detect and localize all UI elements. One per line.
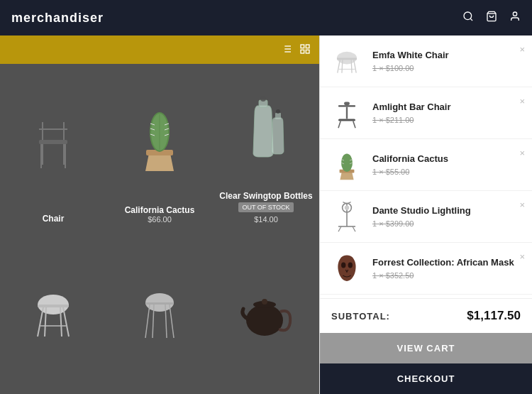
svg-line-61 bbox=[338, 121, 340, 128]
cart-item-info-mask: Forrest Collection: African Mask 1 × $35… bbox=[372, 257, 522, 280]
svg-point-64 bbox=[341, 153, 353, 172]
product-cell-chair-dark[interactable]: Chair bbox=[0, 64, 106, 229]
user-icon[interactable] bbox=[509, 11, 521, 25]
product-price-cactus: $66.00 bbox=[148, 215, 172, 224]
header-icons bbox=[462, 11, 521, 25]
svg-point-74 bbox=[345, 205, 349, 209]
svg-rect-60 bbox=[338, 119, 355, 121]
product-cell-chair-white[interactable] bbox=[0, 229, 106, 395]
cart-item: Dante Studio Lightling 1 × $399.00 × bbox=[320, 191, 532, 243]
svg-point-33 bbox=[276, 109, 280, 114]
product-image-bottles bbox=[218, 70, 314, 188]
product-image-teapot bbox=[218, 235, 314, 389]
cart-items-list: Emfa White Chair 1 × $100.00 × bbox=[320, 35, 532, 298]
svg-rect-35 bbox=[38, 305, 69, 307]
product-image-chair-white bbox=[6, 235, 101, 389]
svg-rect-11 bbox=[306, 45, 309, 48]
cart-panel: Emfa White Chair 1 × $100.00 × bbox=[319, 35, 532, 394]
svg-rect-12 bbox=[301, 50, 304, 53]
subtotal-value: $1,117.50 bbox=[467, 309, 521, 323]
svg-line-36 bbox=[38, 307, 43, 336]
cart-item-qty-price: 1 × $55.00 bbox=[372, 168, 522, 176]
cart-item: Emfa White Chair 1 × $100.00 × bbox=[320, 35, 532, 87]
cart-item-info-bar-chair: Amlight Bar Chair 1 × $211.00 bbox=[372, 102, 522, 124]
product-cell-teapot[interactable] bbox=[213, 229, 319, 395]
view-cart-button[interactable]: VIEW CART bbox=[320, 333, 532, 363]
cart-item-remove-button[interactable]: × bbox=[519, 96, 525, 106]
cart-item-image-mask bbox=[330, 251, 364, 285]
svg-rect-51 bbox=[337, 58, 357, 60]
product-grid: Chair bbox=[0, 64, 319, 394]
logo: merchandiser bbox=[11, 11, 104, 26]
cart-item-remove-button[interactable]: × bbox=[519, 251, 525, 262]
cart-icon[interactable] bbox=[485, 11, 498, 25]
svg-line-62 bbox=[353, 121, 355, 128]
header: merchandiser bbox=[0, 0, 532, 35]
subtotal-label: SUBTOTAL: bbox=[331, 311, 390, 322]
product-cell-bottles[interactable]: Clear Swingtop Bottles OUT OF STOCK $14.… bbox=[213, 64, 319, 229]
cart-subtotal: SUBTOTAL: $1,117.50 bbox=[320, 298, 532, 333]
cart-item-image-light bbox=[330, 199, 364, 234]
cart-item-qty-price: 1 × $352.50 bbox=[372, 271, 522, 280]
cart-item-image-bar-chair bbox=[330, 96, 364, 130]
product-name-bottles: Clear Swingtop Bottles bbox=[219, 191, 312, 201]
cart-item-name: Amlight Bar Chair bbox=[372, 102, 522, 114]
cart-item-qty-price: 1 × $399.00 bbox=[372, 219, 522, 228]
cart-item-info-cactus: California Cactus 1 × $55.00 bbox=[372, 153, 522, 176]
cart-item-name: Forrest Collection: African Mask bbox=[372, 257, 522, 269]
svg-line-43 bbox=[145, 305, 150, 338]
svg-point-78 bbox=[348, 263, 353, 268]
product-image-chair-dark bbox=[6, 70, 101, 211]
cart-item: California Cactus 1 × $55.00 × bbox=[320, 139, 532, 191]
product-image-chair-minimal bbox=[112, 235, 207, 389]
sort-icon[interactable] bbox=[281, 43, 292, 57]
svg-rect-13 bbox=[306, 50, 309, 53]
svg-point-49 bbox=[262, 299, 267, 305]
cart-item: Forrest Collection: African Mask 1 × $35… bbox=[320, 243, 532, 295]
cart-item-image-cactus bbox=[330, 148, 364, 182]
cart-item-image-white-chair bbox=[330, 44, 364, 78]
product-name-cactus: California Cactus bbox=[125, 205, 195, 215]
svg-rect-10 bbox=[301, 45, 304, 48]
out-of-stock-badge: OUT OF STOCK bbox=[238, 202, 293, 212]
svg-line-72 bbox=[353, 226, 355, 231]
cart-item-remove-button[interactable]: × bbox=[519, 199, 525, 210]
svg-line-1 bbox=[470, 18, 472, 21]
cart-item-name: Emfa White Chair bbox=[372, 50, 522, 62]
svg-point-0 bbox=[464, 12, 472, 20]
svg-point-47 bbox=[246, 305, 283, 336]
cart-item-name: California Cactus bbox=[372, 153, 522, 165]
product-cell-chair-minimal[interactable] bbox=[106, 229, 213, 395]
search-icon[interactable] bbox=[462, 11, 474, 25]
toolbar-bar bbox=[0, 35, 319, 64]
svg-line-37 bbox=[63, 307, 69, 336]
product-image-cactus bbox=[112, 70, 207, 202]
product-price-bottles: $14.00 bbox=[254, 215, 278, 224]
svg-point-77 bbox=[341, 263, 345, 268]
svg-rect-58 bbox=[338, 105, 355, 106]
svg-line-55 bbox=[351, 60, 352, 72]
product-name-chair-dark: Chair bbox=[43, 214, 65, 224]
product-cell-cactus[interactable]: California Cactus $66.00 bbox=[106, 64, 213, 229]
svg-line-71 bbox=[338, 226, 341, 231]
svg-rect-17 bbox=[39, 140, 67, 144]
main-area: Chair bbox=[0, 35, 532, 394]
cart-item-info-light: Dante Studio Lightling 1 × $399.00 bbox=[372, 205, 522, 228]
cart-item-remove-button[interactable]: × bbox=[519, 148, 525, 158]
svg-rect-57 bbox=[344, 102, 350, 105]
cart-item: Amlight Bar Chair 1 × $211.00 × bbox=[320, 87, 532, 139]
svg-line-54 bbox=[342, 60, 343, 72]
svg-line-53 bbox=[354, 60, 357, 72]
svg-rect-32 bbox=[275, 113, 281, 119]
cart-item-remove-button[interactable]: × bbox=[519, 44, 525, 55]
checkout-button[interactable]: CHECKOUT bbox=[320, 363, 532, 394]
cart-item-info-white-chair: Emfa White Chair 1 × $100.00 bbox=[372, 50, 522, 72]
cart-item-qty-price: 1 × $100.00 bbox=[372, 64, 522, 72]
cart-item-qty-price: 1 × $211.00 bbox=[372, 116, 522, 124]
svg-line-52 bbox=[338, 60, 340, 72]
grid-icon[interactable] bbox=[299, 43, 311, 57]
cart-item-name: Dante Studio Lightling bbox=[372, 205, 522, 217]
svg-rect-42 bbox=[145, 302, 174, 305]
svg-point-3 bbox=[513, 12, 516, 16]
svg-point-31 bbox=[260, 96, 266, 102]
